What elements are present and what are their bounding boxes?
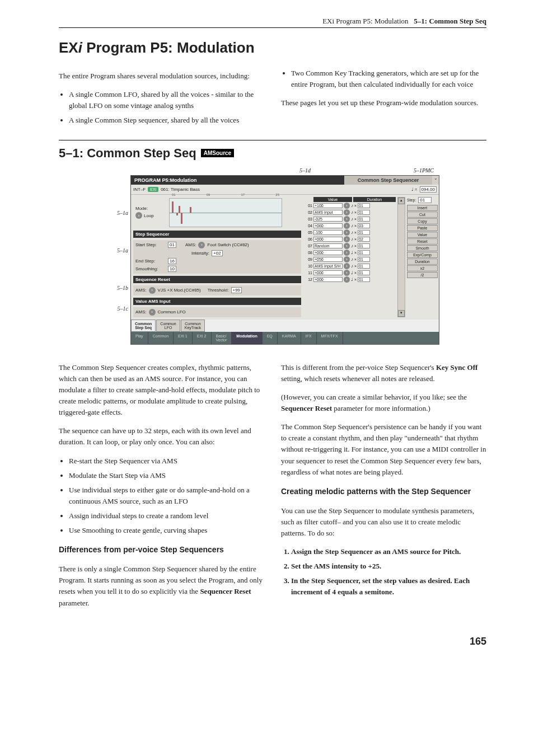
diagram-top-labels: 5–1d5–1PMC	[126, 167, 434, 173]
side-button[interactable]: Insert	[407, 205, 438, 211]
arrow-icon[interactable]: ›	[135, 212, 142, 219]
mode-label: Mode:	[135, 206, 166, 211]
step-row[interactable]: 02AMS Input›♪×01	[305, 209, 396, 215]
app-screenshot: PROGRAM P5:Modulation Common Step Sequen…	[130, 175, 439, 345]
step-row[interactable]: 09+050›♪×01	[305, 256, 396, 262]
value-ams-header: Value AMS Input	[133, 298, 301, 305]
threshold-field[interactable]: +99	[231, 287, 242, 293]
note-icon: ›	[344, 263, 350, 269]
intensity-label: Intensity:	[191, 251, 209, 256]
ams-label: AMS:	[135, 309, 147, 314]
side-button[interactable]: Reset	[407, 238, 438, 245]
page-tab[interactable]: Common Step Seq	[131, 320, 156, 332]
body-bullet: Re-start the Step Sequencer via AMS	[69, 456, 264, 467]
side-button[interactable]: Duration	[407, 259, 438, 265]
bottom-tab[interactable]: EXi 2	[193, 332, 212, 344]
bottom-tab[interactable]: Common	[148, 332, 174, 344]
step-row[interactable]: 10AMS Input S/H›♪×01	[305, 263, 396, 269]
arrow-icon[interactable]: ›	[198, 242, 205, 248]
body-text: This is different from the per-voice Ste…	[281, 362, 486, 384]
side-button[interactable]: Smooth	[407, 245, 438, 251]
start-step-field[interactable]: 01	[168, 242, 176, 248]
diagram-side-labels: 5–1a 5–1a 5–1b 5–1c	[106, 175, 128, 312]
bottom-tab[interactable]: Play	[131, 332, 148, 344]
page-header: EXi Program P5: Modulation 5–1: Common S…	[59, 17, 486, 26]
bottom-tab[interactable]: Basic/ Vector	[212, 332, 232, 344]
bottom-tab[interactable]: EQ	[263, 332, 278, 344]
body-bullet: Modulate the Start Step via AMS	[69, 470, 264, 481]
menu-dropdown-icon[interactable]: ⌄	[432, 176, 439, 185]
end-step-field[interactable]: 16	[168, 258, 176, 264]
note-icon: ›	[344, 276, 350, 283]
bottom-tab[interactable]: EXi 1	[174, 332, 193, 344]
step-row[interactable]: 06+000›♪×02	[305, 236, 396, 242]
note-icon: ›	[344, 216, 350, 222]
note-icon: ›	[344, 250, 350, 256]
tempo-field[interactable]: 094.00	[420, 186, 437, 192]
side-button[interactable]: x2	[407, 265, 438, 271]
step-row[interactable]: 01+100›♪×01	[305, 203, 396, 209]
subsection-heading: Differences from per-voice Step Sequence…	[59, 544, 264, 556]
mode-value[interactable]: Loop	[144, 213, 154, 218]
body-bullet: Use Smoothing to create gentle, curving …	[69, 525, 264, 536]
end-step-label: End Step:	[135, 259, 166, 264]
page-tab[interactable]: Common LFO	[156, 320, 180, 332]
body-text: The sequence can have up to 32 steps, ea…	[59, 425, 264, 448]
bottom-tab[interactable]: KARMA	[278, 332, 301, 344]
side-button[interactable]: Exp/Comp	[407, 252, 438, 258]
step-row[interactable]: 05-100›♪×01	[305, 229, 396, 236]
smoothing-field[interactable]: 10	[168, 266, 176, 272]
body-text: You can use the Step Sequencer to modula…	[281, 505, 486, 539]
step-row[interactable]: 03-025›♪×01	[305, 216, 396, 222]
intensity-field[interactable]: +02	[212, 250, 223, 256]
main-heading: EXi Program P5: Modulation	[59, 39, 486, 57]
section-heading: 5–1: Common Step SeqAMSource	[59, 146, 486, 161]
subsection-heading: Creating melodic patterns with the Step …	[281, 486, 486, 498]
bank-label: INT–F	[133, 187, 146, 192]
step-row[interactable]: 12+000›♩×01	[305, 276, 396, 283]
reset-ams-source[interactable]: VJS +X Mod.(CC#85)	[158, 288, 201, 293]
value-ams-source[interactable]: Common LFO	[158, 309, 186, 314]
step-row[interactable]: 07Random›♪×01	[305, 243, 396, 249]
side-button[interactable]: Cut	[407, 212, 438, 218]
step-row[interactable]: 11+000›♩×01	[305, 270, 396, 276]
intro-text: These pages let you set up these Program…	[281, 97, 486, 109]
step-row[interactable]: 08+000›♩×01	[305, 250, 396, 256]
body-text: The Common Step Sequencer's persistence …	[281, 421, 486, 478]
instruction-step: In the Step Sequencer, set the step valu…	[291, 575, 486, 598]
intro-bullet: A single Common LFO, shared by all the v…	[69, 89, 264, 111]
step-selector[interactable]: 01	[418, 197, 432, 203]
side-button[interactable]: Copy	[407, 218, 438, 224]
step-row[interactable]: 04+060›♪×03	[305, 223, 396, 229]
instruction-step: Assign the Step Sequencer as an AMS sour…	[291, 546, 486, 557]
intro-bullet: A single Common Step sequencer, shared b…	[69, 115, 264, 126]
ams-label: AMS:	[135, 288, 147, 293]
body-bullet: Use individual steps to either gate or d…	[69, 485, 264, 507]
page-number: 165	[59, 636, 486, 647]
arrow-icon[interactable]: ›	[149, 287, 156, 294]
ams-source[interactable]: Foot Switch (CC#82)	[207, 242, 249, 247]
threshold-label: Threshold:	[208, 288, 229, 293]
tempo-label: ♩ =	[411, 187, 418, 192]
program-name[interactable]: 061: Timpanic Bass	[161, 187, 200, 192]
intro-text: The entire Program shares several modula…	[59, 71, 264, 82]
sequence-reset-header: Sequence Reset	[133, 276, 301, 283]
instruction-step: Set the AMS intensity to +25.	[291, 561, 486, 572]
step-graph[interactable]: 01091725	[169, 198, 282, 227]
body-text: (However, you can create a similar behav…	[281, 392, 486, 414]
scrollbar[interactable]: ▴▾	[397, 197, 405, 317]
step-sequencer-header: Step Sequencer	[133, 231, 301, 238]
duration-column-header: Duration	[353, 197, 396, 202]
side-button[interactable]: Value	[407, 232, 438, 238]
bottom-tab[interactable]: Modulation	[232, 332, 262, 344]
side-button[interactable]: Paste	[407, 225, 438, 231]
side-button[interactable]: /2	[407, 272, 438, 278]
page-tab[interactable]: Common KeyTrack	[181, 320, 205, 332]
ams-badge: AMSource	[201, 149, 234, 157]
section-title: Common Step Sequencer	[344, 176, 432, 185]
bottom-tab[interactable]: IFX	[301, 332, 317, 344]
smoothing-label: Smoothing:	[135, 266, 166, 271]
bottom-tab[interactable]: MFX/TFX	[317, 332, 343, 344]
note-icon: ›	[344, 236, 350, 242]
arrow-icon[interactable]: ›	[149, 309, 156, 316]
